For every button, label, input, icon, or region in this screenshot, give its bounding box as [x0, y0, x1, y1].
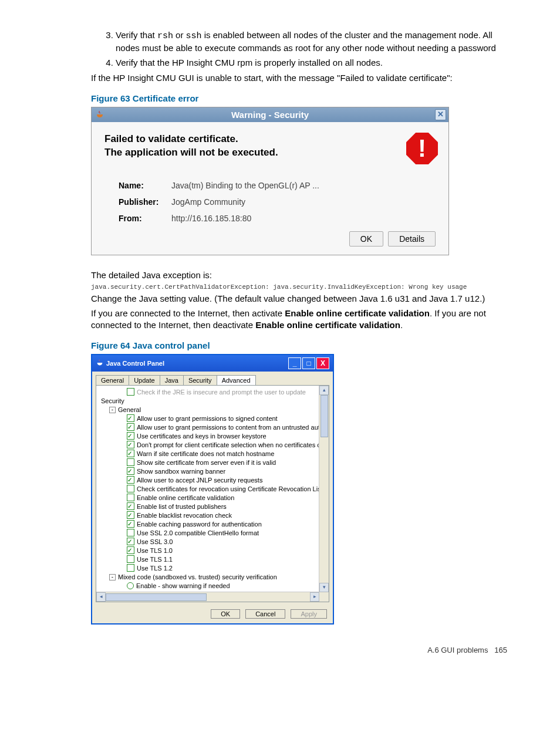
tree-item-13[interactable]: Use SSL 2.0 compatible ClientHello forma… [101, 529, 326, 538]
tree-item-0[interactable]: Allow user to grant permissions to signe… [101, 414, 326, 423]
from-label: From: [119, 214, 171, 223]
java-icon [96, 359, 104, 368]
tree-radio-enable-warning[interactable]: Enable - show warning if needed [101, 582, 326, 590]
close-icon[interactable]: ✕ [435, 109, 446, 120]
tab-advanced[interactable]: Advanced [217, 375, 256, 385]
name-value: Java(tm) Binding to the OpenGL(r) AP ... [171, 181, 319, 190]
tab-bar: General Update Java Security Advanced [92, 372, 333, 385]
step-3: Verify that rsh or ssh is enabled betwee… [116, 29, 507, 55]
tree-node-general[interactable]: -General [101, 406, 326, 414]
alert-icon: ! [406, 133, 438, 164]
instruction-list: Verify that rsh or ssh is enabled betwee… [91, 29, 507, 69]
cancel-button[interactable]: Cancel [245, 609, 285, 619]
tree-item-17[interactable]: Use TLS 1.2 [101, 564, 326, 573]
tree-item-10[interactable]: Enable list of trusted publishers [101, 502, 326, 511]
settings-tree[interactable]: Check if the JRE is insecure and prompt … [96, 386, 329, 602]
tree-item-11[interactable]: Enable blacklist revocation check [101, 511, 326, 520]
enable-cert-paragraph: If you are connected to the Internet, th… [91, 308, 507, 332]
scroll-up-icon[interactable]: ▴ [319, 386, 329, 395]
java-icon [95, 110, 104, 119]
dialog-titlebar: Warning - Security ✕ [92, 107, 448, 122]
tree-item-3[interactable]: Don't prompt for client certificate sele… [101, 441, 326, 450]
minimize-icon[interactable]: _ [288, 357, 301, 369]
tree-item-6[interactable]: Show sandbox warning banner [101, 467, 326, 476]
name-label: Name: [119, 181, 171, 190]
tree-item-15[interactable]: Use TLS 1.0 [101, 546, 326, 555]
details-button[interactable]: Details [388, 231, 436, 247]
scroll-down-icon[interactable]: ▾ [319, 583, 329, 592]
tree-item-2[interactable]: Use certificates and keys in browser key… [101, 432, 326, 441]
page-footer: A.6 GUI problems 165 [91, 646, 507, 654]
scroll-right-icon[interactable]: ▸ [310, 592, 319, 602]
tab-update[interactable]: Update [129, 375, 160, 385]
figure-64-caption: Figure 64 Java control panel [91, 340, 507, 350]
ok-button[interactable]: OK [349, 231, 383, 247]
warning-heading: Failed to validate certificate. The appl… [104, 133, 400, 160]
publisher-label: Publisher: [119, 197, 171, 207]
window-title-text: Java Control Panel [106, 360, 287, 367]
scrollbar-vertical[interactable]: ▴ ▾ [319, 386, 329, 592]
tree-item-14[interactable]: Use SSL 3.0 [101, 538, 326, 546]
exception-intro: The detailed Java exception is: [91, 269, 507, 281]
scrollbar-horizontal[interactable]: ◂ ▸ [96, 592, 319, 602]
tree-item-7[interactable]: Allow user to accept JNLP security reque… [101, 476, 326, 485]
tree-item-9[interactable]: Enable online certificate validation [101, 494, 326, 502]
window-titlebar: Java Control Panel _ □ X [92, 355, 333, 372]
tree-item-8[interactable]: Check certificates for revocation using … [101, 485, 326, 494]
dialog-title-text: Warning - Security [231, 110, 309, 120]
tree-node-security[interactable]: Security [101, 397, 326, 406]
scroll-thumb-horizontal[interactable] [106, 593, 207, 601]
exception-code: java.security.cert.CertPathValidatorExce… [91, 283, 507, 291]
step-4: Verify that the HP Insight CMU rpm is pr… [116, 57, 507, 69]
scroll-left-icon[interactable]: ◂ [96, 592, 106, 602]
scroll-thumb-vertical[interactable] [321, 395, 328, 437]
warning-details: Name: Java(tm) Binding to the OpenGL(r) … [119, 181, 438, 223]
tree-item-cutoff[interactable]: Check if the JRE is insecure and prompt … [101, 388, 326, 397]
apply-button[interactable]: Apply [291, 609, 327, 619]
figure-63-caption: Figure 63 Certificate error [91, 93, 507, 103]
tab-security[interactable]: Security [183, 375, 217, 385]
tree-item-12[interactable]: Enable caching password for authenticati… [101, 520, 326, 529]
ok-button[interactable]: OK [211, 609, 240, 619]
change-setting-paragraph: Change the Java setting value. (The defa… [91, 293, 507, 305]
tab-general[interactable]: General [96, 375, 129, 385]
tab-java[interactable]: Java [160, 375, 184, 385]
maximize-icon[interactable]: □ [302, 357, 315, 369]
tree-item-5[interactable]: Show site certificate from server even i… [101, 458, 326, 467]
tree-item-4[interactable]: Warn if site certificate does not match … [101, 450, 326, 458]
publisher-value: JogAmp Community [171, 197, 245, 207]
tree-item-16[interactable]: Use TLS 1.1 [101, 555, 326, 564]
tree-item-1[interactable]: Allow user to grant permissions to conte… [101, 423, 326, 432]
warning-dialog: Warning - Security ✕ Failed to validate … [91, 107, 449, 255]
from-value: http://16.16.185.18:80 [171, 214, 251, 223]
tree-node-mixed-code[interactable]: -Mixed code (sandboxed vs. trusted) secu… [101, 573, 326, 582]
intro-paragraph: If the HP Insight CMU GUI is unable to s… [91, 72, 507, 84]
close-icon[interactable]: X [316, 357, 329, 369]
java-control-panel: Java Control Panel _ □ X General Update … [91, 354, 334, 625]
